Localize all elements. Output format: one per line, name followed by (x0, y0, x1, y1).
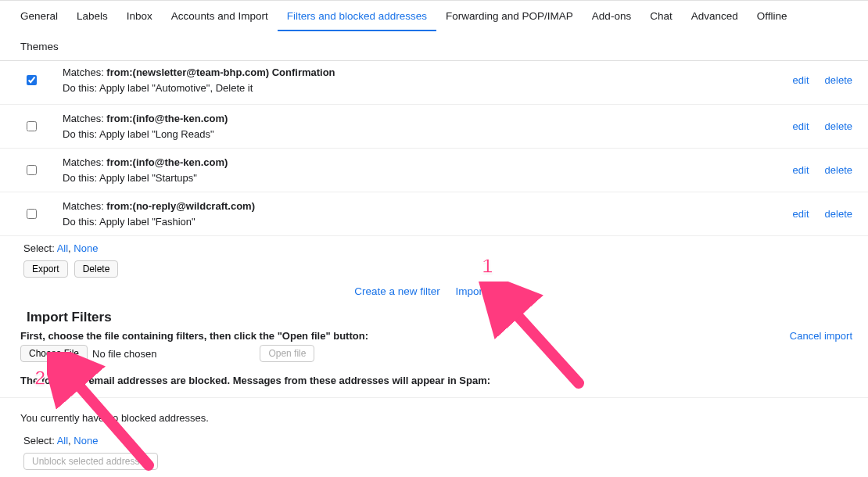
select-none-link[interactable]: None (74, 242, 98, 254)
filter-row: Matches: from:(info@the-ken.com)Do this:… (0, 149, 868, 192)
tab-chat[interactable]: Chat (640, 1, 682, 31)
filter-description: Matches: from:(info@the-ken.com)Do this:… (63, 155, 793, 185)
blocked-select-label: Select: (23, 435, 55, 447)
tab-accounts-and-import[interactable]: Accounts and Import (162, 1, 278, 31)
import-filters-row: First, choose the file containing filter… (0, 330, 868, 367)
filter-description: Matches: from:(newsletter@team-bhp.com) … (63, 65, 793, 95)
matches-value: from:(info@the-ken.com) (106, 156, 228, 168)
matches-label: Matches: (63, 66, 106, 78)
unblock-selected-button: Unblock selected addresses (23, 453, 158, 470)
open-file-button: Open file (260, 345, 314, 362)
filter-delete-link[interactable]: delete (825, 120, 852, 132)
tab-themes[interactable]: Themes (11, 31, 68, 60)
filter-edit-link[interactable]: edit (793, 208, 809, 220)
filters-button-row: Export Delete (0, 257, 868, 278)
filter-row: Matches: from:(info@the-ken.com)Do this:… (0, 105, 868, 149)
choose-file-button[interactable]: Choose File (20, 345, 88, 362)
tab-advanced[interactable]: Advanced (682, 1, 748, 31)
tab-general[interactable]: General (11, 1, 67, 31)
settings-tabs: GeneralLabelsInboxAccounts and ImportFil… (0, 0, 868, 61)
filters-list: Matches: from:(newsletter@team-bhp.com) … (0, 61, 868, 236)
filter-action-text: Do this: Apply label "Fashion" (63, 214, 793, 230)
filter-description: Matches: from:(no-reply@wildcraft.com)Do… (63, 199, 793, 229)
filter-description: Matches: from:(info@the-ken.com)Do this:… (63, 111, 793, 142)
tab-forwarding-and-pop-imap[interactable]: Forwarding and POP/IMAP (436, 1, 583, 31)
create-filter-link[interactable]: Create a new filter (354, 285, 440, 297)
filter-edit-link[interactable]: edit (793, 74, 809, 86)
no-file-chosen-text: No file chosen (92, 348, 156, 360)
matches-value: from:(newsletter@team-bhp.com) Confirmat… (106, 66, 335, 78)
filter-delete-link[interactable]: delete (825, 74, 852, 86)
blocked-select-none-link[interactable]: None (74, 435, 98, 447)
filter-checkbox[interactable] (27, 165, 37, 175)
import-instruction: First, choose the file containing filter… (20, 330, 790, 342)
filter-center-links: Create a new filter Import filters (0, 278, 868, 302)
filter-edit-link[interactable]: edit (793, 120, 809, 132)
blocked-select-row: Select: All, None (0, 430, 868, 450)
tab-filters-and-blocked-addresses[interactable]: Filters and blocked addresses (278, 1, 436, 31)
tab-add-ons[interactable]: Add-ons (583, 1, 640, 31)
matches-label: Matches: (63, 156, 106, 168)
tab-offline[interactable]: Offline (748, 1, 797, 31)
import-filters-link[interactable]: Import filters (456, 285, 514, 297)
filters-select-row: Select: All, None (0, 236, 868, 257)
filter-delete-link[interactable]: delete (825, 164, 852, 176)
blocked-heading: The following email addresses are blocke… (0, 367, 868, 398)
cancel-import-link[interactable]: Cancel import (790, 330, 852, 342)
filter-action-text: Do this: Apply label "Automotive", Delet… (63, 81, 793, 96)
filter-checkbox[interactable] (27, 121, 37, 131)
delete-button[interactable]: Delete (74, 260, 119, 278)
filter-delete-link[interactable]: delete (825, 208, 852, 220)
select-all-link[interactable]: All (57, 242, 68, 254)
filter-action-text: Do this: Apply label "Startups" (63, 170, 793, 186)
export-button[interactable]: Export (23, 260, 68, 278)
import-filters-heading: Import Filters (0, 302, 868, 330)
filter-checkbox[interactable] (27, 209, 37, 219)
blocked-empty-msg: You currently have no blocked addresses. (0, 398, 868, 430)
filter-row: Matches: from:(no-reply@wildcraft.com)Do… (0, 192, 868, 236)
filter-action-text: Do this: Apply label "Long Reads" (63, 127, 793, 142)
matches-value: from:(no-reply@wildcraft.com) (106, 200, 255, 212)
matches-value: from:(info@the-ken.com) (106, 113, 228, 124)
blocked-select-all-link[interactable]: All (57, 435, 68, 447)
select-label: Select: (23, 242, 55, 254)
filter-checkbox[interactable] (27, 75, 37, 85)
matches-label: Matches: (63, 113, 106, 124)
matches-label: Matches: (63, 200, 106, 212)
tab-inbox[interactable]: Inbox (117, 1, 162, 31)
filter-edit-link[interactable]: edit (793, 164, 809, 176)
filter-row: Matches: from:(newsletter@team-bhp.com) … (0, 61, 868, 105)
tab-labels[interactable]: Labels (67, 1, 117, 31)
